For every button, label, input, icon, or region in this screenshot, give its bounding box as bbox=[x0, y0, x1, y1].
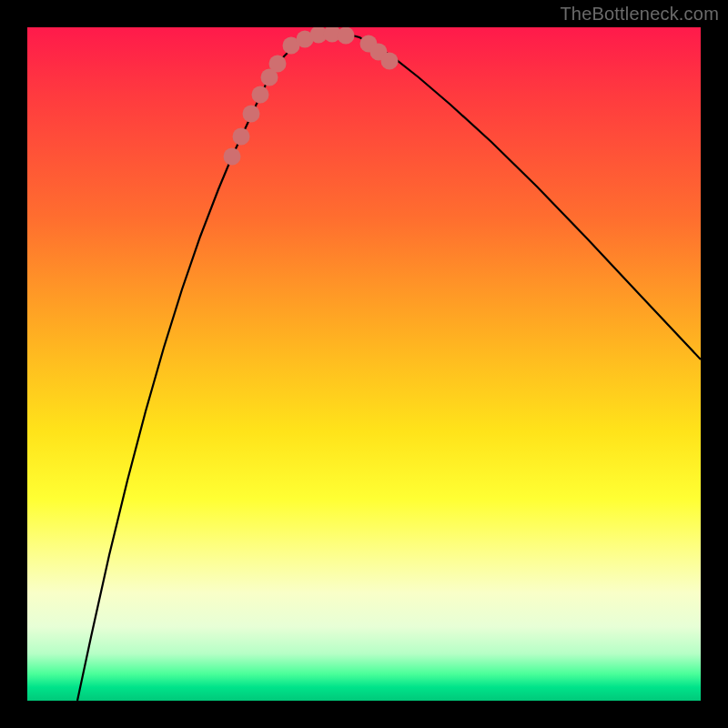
markers-group bbox=[224, 27, 399, 166]
marker-dot bbox=[224, 148, 241, 166]
outer-frame: TheBottleneck.com bbox=[0, 0, 728, 728]
plot-area bbox=[27, 27, 701, 701]
marker-dot bbox=[338, 27, 355, 45]
marker-dot bbox=[233, 128, 250, 146]
marker-dot bbox=[243, 106, 260, 123]
bottleneck-curve bbox=[77, 33, 701, 701]
marker-dot bbox=[252, 86, 269, 104]
watermark-text: TheBottleneck.com bbox=[560, 4, 719, 25]
marker-dot bbox=[381, 53, 399, 70]
marker-dot bbox=[269, 56, 287, 73]
chart-svg bbox=[27, 27, 701, 701]
